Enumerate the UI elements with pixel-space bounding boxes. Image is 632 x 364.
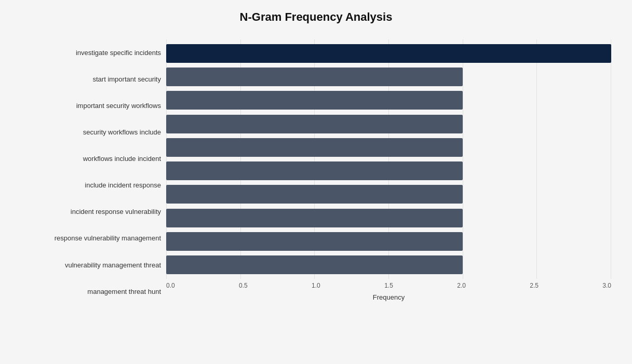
x-tick-label: 1.0 xyxy=(312,282,320,289)
x-axis-title: Frequency xyxy=(166,293,611,301)
chart-container: N-Gram Frequency Analysis investigate sp… xyxy=(0,0,632,364)
bar xyxy=(166,232,463,251)
chart-title: N-Gram Frequency Analysis xyxy=(21,10,611,24)
bar-row xyxy=(166,230,611,253)
x-axis: 0.00.51.01.52.02.53.0 Frequency xyxy=(166,279,611,305)
bar-row xyxy=(166,183,611,206)
y-axis-label: investigate specific incidents xyxy=(21,49,161,57)
bar-row xyxy=(166,65,611,88)
bar xyxy=(166,255,463,274)
x-tick-label: 2.0 xyxy=(457,282,466,289)
y-axis-label: start important security xyxy=(21,75,161,84)
y-axis-label: include incident response xyxy=(21,181,161,190)
bars-and-x: 0.00.51.01.52.02.53.0 Frequency xyxy=(166,39,611,305)
x-tick-label: 0.0 xyxy=(166,282,175,289)
bars-wrapper xyxy=(166,39,611,279)
y-axis-labels: investigate specific incidentsstart impo… xyxy=(21,39,166,305)
bar-row xyxy=(166,89,611,112)
bar xyxy=(166,68,463,86)
bar xyxy=(166,115,463,133)
x-tick-label: 3.0 xyxy=(602,282,611,289)
bar xyxy=(166,44,611,63)
x-tick-label: 1.5 xyxy=(384,282,393,289)
chart-area: investigate specific incidentsstart impo… xyxy=(21,39,611,305)
x-tick-label: 2.5 xyxy=(530,282,539,289)
bar xyxy=(166,185,463,204)
bar xyxy=(166,91,463,110)
x-tick-labels: 0.00.51.01.52.02.53.0 xyxy=(166,279,611,289)
bars-section xyxy=(166,39,611,279)
bar xyxy=(166,161,463,180)
x-tick-label: 0.5 xyxy=(239,282,248,289)
bar-row xyxy=(166,42,611,65)
y-axis-label: important security workflows xyxy=(21,102,161,110)
y-axis-label: incident response vulnerability xyxy=(21,208,161,216)
y-axis-label: vulnerability management threat xyxy=(21,261,161,269)
bar-row xyxy=(166,253,611,277)
bar-row xyxy=(166,206,611,230)
y-axis-label: management threat hunt xyxy=(21,288,161,296)
bar-row xyxy=(166,159,611,183)
bar-row xyxy=(166,136,611,159)
bar xyxy=(166,209,463,227)
bar xyxy=(166,138,463,157)
bar-row xyxy=(166,112,611,136)
y-axis-label: workflows include incident xyxy=(21,155,161,163)
y-axis-label: security workflows include xyxy=(21,128,161,137)
y-axis-label: response vulnerability management xyxy=(21,234,161,242)
